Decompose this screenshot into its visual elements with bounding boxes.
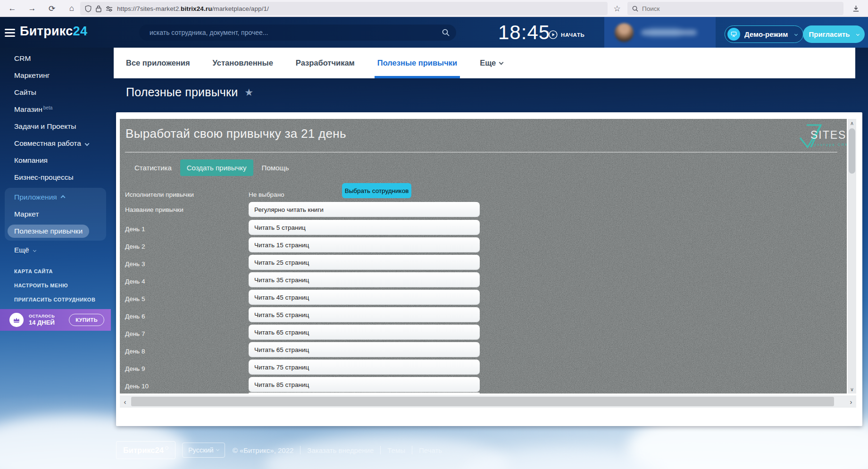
scroll-down-icon[interactable]: ∨ xyxy=(848,385,856,394)
user-profile[interactable] xyxy=(604,17,716,48)
day-input[interactable] xyxy=(249,325,480,340)
sidebar-menu: CRM Маркетинг Сайты Магазинbeta Задачи и… xyxy=(0,48,111,259)
sidebar-link[interactable]: НАСТРОИТЬ МЕНЮ xyxy=(0,278,111,293)
forward-icon: → xyxy=(28,4,36,13)
home-button[interactable]: ⌂ xyxy=(65,2,78,15)
sidebar-item-label: Маркетинг xyxy=(14,71,50,80)
sidebar-item[interactable]: Полезные привычки xyxy=(5,223,106,240)
downloads-button[interactable] xyxy=(849,2,862,15)
scrollbar-thumb[interactable] xyxy=(849,128,855,174)
marketplace-tab-label: Еще xyxy=(480,59,496,67)
language-select[interactable]: Русский xyxy=(182,443,225,458)
back-button[interactable]: ← xyxy=(6,2,19,15)
favorite-star-icon[interactable]: ★ xyxy=(244,87,253,98)
invite-label: Пригласить xyxy=(809,30,850,38)
footer-link[interactable]: Заказать внедрение xyxy=(307,446,374,454)
habit-day-row: День 2 xyxy=(120,237,847,255)
marketplace-tab-label: Установленные xyxy=(213,59,273,67)
scroll-right-icon[interactable]: › xyxy=(846,395,856,408)
address-bar[interactable]: https://7sites-market2.bitrix24.ru/marke… xyxy=(80,2,608,15)
sidebar-item-label: Совместная работа xyxy=(14,139,81,148)
demo-mode-label: Демо-режим xyxy=(744,30,788,38)
marketplace-tab[interactable]: Еще xyxy=(477,48,506,78)
page-title-row: Полезные привычки ★ xyxy=(126,85,253,99)
lock-icon[interactable] xyxy=(96,5,101,12)
browser-toolbar: ← → ⟳ ⌂ https://7sites-market2.bitrix24.… xyxy=(0,0,868,17)
day-input[interactable] xyxy=(249,255,480,270)
day-label: День 6 xyxy=(125,313,145,320)
sidebar-item[interactable]: Сайты xyxy=(0,84,111,101)
sidebar-item[interactable]: CRM xyxy=(0,50,111,67)
permissions-icon[interactable] xyxy=(106,6,113,12)
work-time-clock[interactable]: 18:45 xyxy=(498,21,550,44)
invite-button[interactable]: Пригласить xyxy=(803,25,865,43)
sidebar-item[interactable]: Совместная работа xyxy=(0,135,111,152)
sidebar-link[interactable]: ПРИГЛАСИТЬ СОТРУДНИКОВ xyxy=(0,293,111,307)
day-input[interactable] xyxy=(249,377,480,392)
day-input[interactable] xyxy=(249,307,480,322)
footer-link[interactable]: Темы xyxy=(387,446,405,454)
day-input[interactable] xyxy=(249,290,480,305)
sidebar-item[interactable]: Компания xyxy=(0,152,111,169)
day-label: День 9 xyxy=(125,365,145,372)
portal-search-input[interactable] xyxy=(150,29,442,36)
start-workday-button[interactable]: НАЧАТЬ xyxy=(549,30,584,39)
footer-link[interactable]: Печать xyxy=(419,446,442,454)
horizontal-scrollbar[interactable]: ‹ › xyxy=(120,395,856,408)
sidebar-item-label: Маркет xyxy=(14,210,39,218)
day-label: День 8 xyxy=(125,348,145,355)
day-input[interactable] xyxy=(249,272,480,287)
habit-name-input[interactable] xyxy=(249,202,480,217)
app-frame: Выработай свою привычку за 21 день SITES… xyxy=(116,112,862,426)
day-input[interactable] xyxy=(249,237,480,252)
browser-search-input[interactable] xyxy=(642,5,821,12)
sidebar-item[interactable]: Задачи и Проекты xyxy=(0,118,111,135)
scroll-left-icon[interactable]: ‹ xyxy=(120,395,130,408)
sidebar-item[interactable]: Приложения xyxy=(5,189,106,206)
footer-divider xyxy=(380,446,381,454)
footer-logo-button[interactable]: Битрикс24 xyxy=(116,441,175,459)
home-icon: ⌂ xyxy=(69,4,74,13)
day-input[interactable] xyxy=(249,220,480,235)
sidebar-link[interactable]: КАРТА САЙТА xyxy=(0,264,111,278)
trial-days-label: 14 ДНЕЙ xyxy=(29,319,55,326)
sidebar-item[interactable]: Бизнес-процессы xyxy=(0,169,111,186)
day-label: День 5 xyxy=(125,295,145,302)
forward-button[interactable]: → xyxy=(25,2,39,15)
sidebar-item-label: Задачи и Проекты xyxy=(14,122,76,131)
browser-search-box[interactable] xyxy=(627,2,843,15)
logo-tagline: культура CRM xyxy=(811,142,847,147)
portal-search-box[interactable] xyxy=(139,25,456,41)
habit-day-row: День 1 xyxy=(120,220,847,237)
demo-mode-button[interactable]: Демо-режим xyxy=(725,25,803,43)
search-icon xyxy=(442,29,450,36)
marketplace-tab[interactable]: Полезные привычки xyxy=(375,48,460,78)
scrollbar-thumb[interactable] xyxy=(131,397,834,406)
logo-name: SITES xyxy=(810,129,846,142)
app-tab[interactable]: Создать привычку xyxy=(180,159,253,176)
bookmark-star-button[interactable]: ☆ xyxy=(610,2,624,15)
footer-divider xyxy=(412,446,412,454)
day-input[interactable] xyxy=(249,360,480,375)
sidebar-item[interactable]: Маркетинг xyxy=(0,67,111,84)
user-name-blurred xyxy=(648,28,681,36)
trial-banner[interactable]: ОСТАЛОСЬ 14 ДНЕЙ КУПИТЬ xyxy=(0,309,111,331)
marketplace-tab[interactable]: Все приложения xyxy=(123,48,193,78)
buy-button[interactable]: КУПИТЬ xyxy=(69,314,104,326)
scroll-up-icon[interactable]: ∧ xyxy=(848,119,856,127)
day-input[interactable] xyxy=(249,342,480,357)
habit-day-row: День 8 xyxy=(120,342,847,360)
hamburger-menu-button[interactable] xyxy=(5,28,17,37)
app-tab[interactable]: Статистика xyxy=(128,159,178,176)
reload-button[interactable]: ⟳ xyxy=(45,2,58,15)
sidebar-item[interactable]: Маркет xyxy=(5,206,106,223)
language-label: Русский xyxy=(188,446,214,454)
app-tab[interactable]: Помощь xyxy=(255,159,296,176)
sidebar-item-more[interactable]: Ещё xyxy=(0,242,111,259)
sidebar-item[interactable]: Магазинbeta xyxy=(0,101,111,118)
vertical-scrollbar[interactable]: ∧ ∨ xyxy=(848,119,856,394)
marketplace-tab[interactable]: Разработчикам xyxy=(293,48,358,78)
app-tab-label: Создать привычку xyxy=(187,164,247,172)
marketplace-tab[interactable]: Установленные xyxy=(210,48,276,78)
shield-icon[interactable] xyxy=(85,5,92,12)
